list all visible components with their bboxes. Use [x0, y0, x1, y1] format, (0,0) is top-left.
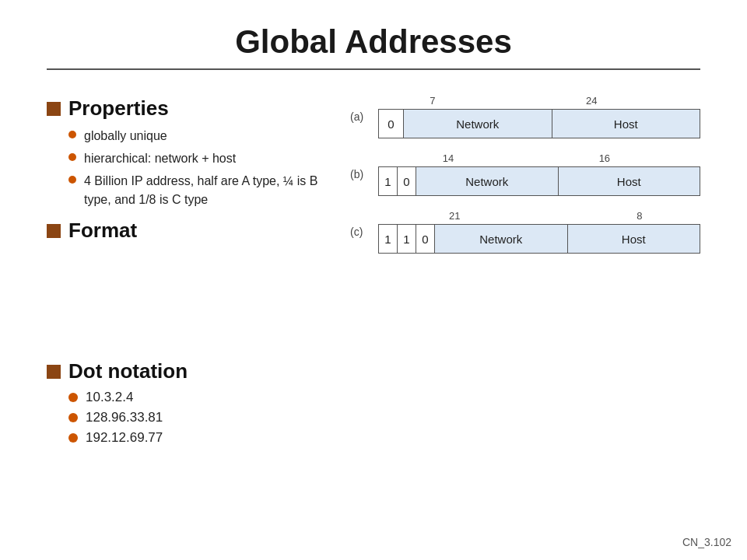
- list-item: hierarchical: network + host: [68, 149, 335, 168]
- diagram-b-label: (b): [350, 168, 372, 180]
- diagram-c: (c) 21 8 1 1 0 Network Host: [350, 210, 700, 254]
- diagram-c-cell-2: 0: [416, 225, 435, 253]
- diagram-c-wrapper: 21 8 1 1 0 Network Host: [378, 210, 700, 254]
- diagram-b-cell-0: 1: [379, 167, 398, 195]
- format-title: Format: [68, 219, 137, 243]
- circle-bullet-icon: [68, 176, 76, 184]
- properties-section-header: Properties: [47, 96, 335, 121]
- property-item-2: hierarchical: network + host: [84, 149, 236, 168]
- diagram-c-network: Network: [435, 225, 568, 253]
- diagram-a-network: Network: [404, 110, 552, 138]
- page-title: Global Addresses: [47, 23, 700, 61]
- circle-bullet-icon: [68, 131, 76, 138]
- list-item: 192.12.69.77: [68, 430, 335, 446]
- properties-bullet: [47, 102, 61, 116]
- list-item: globally unique: [68, 127, 335, 145]
- list-item: 10.3.2.4: [68, 390, 335, 405]
- diagram-c-cell-0: 1: [379, 225, 398, 253]
- dot-notation-item-3: 192.12.69.77: [86, 430, 163, 446]
- dot-notation-items: 10.3.2.4 128.96.33.81 192.12.69.77: [68, 390, 335, 446]
- diagram-a-bit-labels: 7 24: [378, 95, 700, 109]
- dot-notation-bullet: [47, 365, 61, 379]
- diagram-a-table: 0 Network Host: [378, 109, 700, 138]
- properties-items: globally unique hierarchical: network + …: [68, 127, 335, 209]
- diagram-b-host: Host: [559, 167, 700, 195]
- diagram-b-wrapper: 14 16 1 0 Network Host: [378, 152, 700, 196]
- slide: Global Addresses Properties globally uni…: [0, 0, 747, 560]
- list-item: 4 Billion IP address, half are A type, ¼…: [68, 172, 335, 209]
- diagram-b-bit-labels: 14 16: [378, 152, 700, 166]
- dot-notation-item-1: 10.3.2.4: [86, 390, 133, 405]
- right-column: (a) 7 24 0 Network Host (b): [342, 87, 700, 268]
- circle-bullet-icon: [68, 393, 78, 402]
- circle-bullet-icon: [68, 413, 78, 422]
- content-area: Properties globally unique hierarchical:…: [47, 87, 700, 450]
- circle-bullet-icon: [68, 153, 76, 161]
- dot-notation-title: Dot notation: [68, 359, 188, 383]
- property-item-3: 4 Billion IP address, half are A type, ¼…: [84, 172, 335, 209]
- format-section-header: Format: [47, 219, 335, 243]
- format-bullet: [47, 224, 61, 238]
- dot-notation-item-2: 128.96.33.81: [86, 410, 163, 425]
- properties-title: Properties: [68, 96, 169, 121]
- diagram-b-network: Network: [416, 167, 559, 195]
- slide-id: CN_3.102: [682, 536, 731, 548]
- diagram-b-table: 1 0 Network Host: [378, 166, 700, 196]
- property-item-1: globally unique: [84, 127, 167, 145]
- diagram-c-host: Host: [568, 225, 700, 253]
- diagram-c-cell-1: 1: [398, 225, 416, 253]
- list-item: 128.96.33.81: [68, 410, 335, 425]
- diagram-b-cell-1: 0: [398, 167, 416, 195]
- diagram-a-wrapper: 7 24 0 Network Host: [378, 95, 700, 138]
- diagram-c-label: (c): [350, 226, 372, 238]
- format-spacer: [47, 249, 335, 350]
- diagram-b: (b) 14 16 1 0 Network Host: [350, 152, 700, 196]
- diagram-a: (a) 7 24 0 Network Host: [350, 95, 700, 138]
- diagram-c-table: 1 1 0 Network Host: [378, 224, 700, 254]
- diagram-a-label: (a): [350, 110, 372, 123]
- circle-bullet-icon: [68, 433, 78, 443]
- diagram-a-cell-0: 0: [379, 110, 404, 138]
- title-divider: [47, 68, 700, 70]
- dot-notation-section-header: Dot notation: [47, 359, 335, 383]
- diagram-a-host: Host: [552, 110, 700, 138]
- left-column: Properties globally unique hierarchical:…: [47, 87, 342, 450]
- diagram-c-bit-labels: 21 8: [378, 210, 700, 224]
